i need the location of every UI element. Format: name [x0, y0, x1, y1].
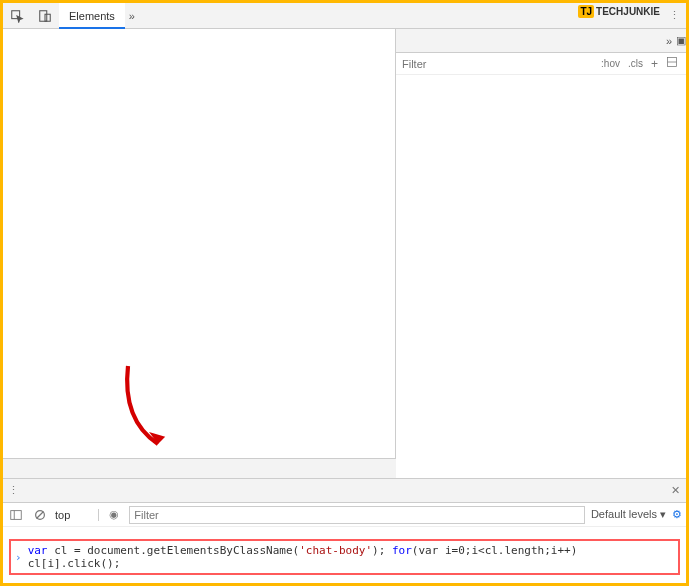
- styles-filter-bar: :hov .cls +: [396, 53, 686, 75]
- expand-sidebar-icon[interactable]: ▣: [676, 34, 686, 47]
- styles-sidebar: » ▣ :hov .cls +: [396, 29, 686, 478]
- elements-dom-tree[interactable]: [3, 29, 396, 458]
- prompt-chevron-icon: ›: [15, 551, 22, 564]
- computed-toggle-icon[interactable]: [662, 56, 682, 71]
- console-filter-input[interactable]: [129, 506, 585, 524]
- clear-console-icon[interactable]: [31, 506, 49, 524]
- console-prompt[interactable]: › var cl = document.getElementsByClassNa…: [9, 539, 680, 575]
- log-level-selector[interactable]: Default levels ▾: [591, 508, 666, 521]
- close-icon[interactable]: ✕: [671, 484, 680, 497]
- drawer-tabs: ⋮: [3, 479, 686, 503]
- gear-icon[interactable]: ⚙: [672, 508, 682, 521]
- svg-rect-2: [45, 14, 50, 21]
- kebab-menu-icon[interactable]: ⋮: [669, 9, 680, 22]
- styles-rules[interactable]: [396, 75, 686, 478]
- device-toggle-icon[interactable]: [31, 9, 59, 23]
- console-toolbar: top ◉ Default levels ▾ ⚙: [3, 503, 686, 527]
- breadcrumb[interactable]: [3, 458, 396, 478]
- inspect-icon[interactable]: [3, 9, 31, 23]
- sidebar-tabs: » ▣: [396, 29, 686, 53]
- drawer-menu-icon[interactable]: ⋮: [3, 484, 23, 497]
- console-input[interactable]: var cl = document.getElementsByClassName…: [28, 544, 674, 570]
- console-settings: [3, 527, 686, 535]
- devtools-tabbar: Elements » TJTECHJUNKIE ⋮: [3, 3, 686, 29]
- cls-toggle[interactable]: .cls: [624, 58, 647, 69]
- new-rule-button[interactable]: +: [647, 57, 662, 71]
- hov-toggle[interactable]: :hov: [597, 58, 624, 69]
- styles-filter-input[interactable]: [400, 56, 597, 72]
- live-expression-icon[interactable]: ◉: [105, 506, 123, 524]
- more-tabs-icon[interactable]: »: [129, 10, 135, 22]
- svg-rect-1: [40, 10, 47, 21]
- context-selector[interactable]: top: [55, 509, 99, 521]
- console-drawer: ⋮ ✕ top ◉ Default levels ▾ ⚙ › var cl = …: [3, 478, 686, 583]
- tab-elements[interactable]: Elements: [59, 3, 125, 29]
- techjunkie-logo: TJTECHJUNKIE: [578, 6, 660, 17]
- more-sidebar-tabs-icon[interactable]: »: [666, 35, 672, 47]
- sidebar-toggle-icon[interactable]: [7, 506, 25, 524]
- svg-rect-5: [11, 510, 22, 519]
- svg-line-8: [37, 511, 44, 518]
